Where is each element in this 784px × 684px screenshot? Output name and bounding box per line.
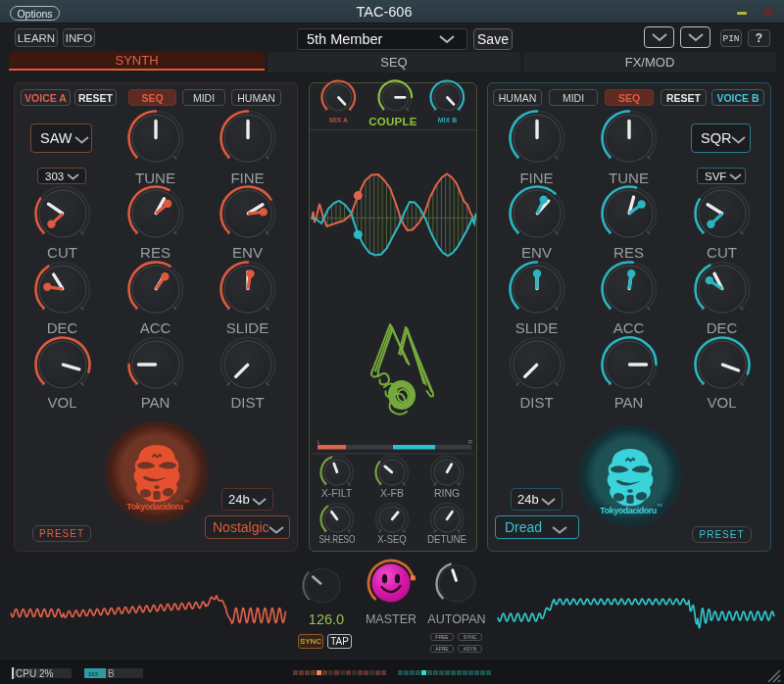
svg-text:R: R [468, 439, 472, 445]
svg-text:Tokyodacidoru: Tokyodacidoru [600, 506, 656, 515]
svg-text:TM: TM [183, 499, 189, 504]
svg-text:TM: TM [657, 503, 662, 508]
svg-text:L: L [318, 439, 320, 445]
svg-text:Tokyodacidoru: Tokyodacidoru [126, 502, 182, 512]
